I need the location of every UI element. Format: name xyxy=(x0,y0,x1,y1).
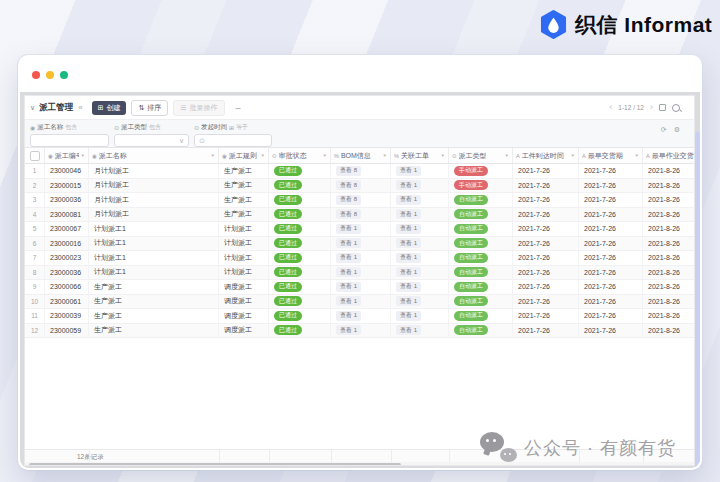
sort-button[interactable]: ⇅ 排序 xyxy=(131,100,168,116)
order-view-link[interactable]: 查看 1 xyxy=(396,180,421,190)
status-pill: 已通过 xyxy=(274,253,302,263)
order-view-link[interactable]: 查看 1 xyxy=(396,253,421,263)
cell-order: 查看 1 xyxy=(391,280,449,294)
dispatch-name-input[interactable] xyxy=(30,134,109,147)
row-number: 1 xyxy=(25,164,45,178)
cell-bom: 查看 1 xyxy=(331,309,391,323)
sort-arrow-icon[interactable]: ▼ xyxy=(569,153,575,158)
bom-view-link[interactable]: 查看 1 xyxy=(336,325,361,335)
column-header-arrive[interactable]: A工件到达时间▼ xyxy=(513,148,579,163)
vertical-scrollbar-thumb[interactable] xyxy=(695,132,700,468)
search-icon[interactable] xyxy=(672,104,680,112)
cell-rule: 计划派工 xyxy=(219,266,269,280)
table-row[interactable]: 823000036计划派工1计划派工已通过查看 1查看 1自动派工2021-7-… xyxy=(25,266,695,281)
filter-dispatch-name: ◉ 派工名称 包含 xyxy=(30,123,109,147)
horizontal-scrollbar-thumb[interactable] xyxy=(29,463,401,466)
minimize-window-icon[interactable] xyxy=(46,71,54,79)
collapse-chevron-icon[interactable]: ∨ xyxy=(30,104,35,112)
expand-icon[interactable] xyxy=(659,104,666,111)
create-button[interactable]: ⊞ 创建 xyxy=(92,101,127,115)
bom-view-link[interactable]: 查看 1 xyxy=(336,296,361,306)
column-header-due[interactable]: A最早交货期▼ xyxy=(579,148,643,163)
column-header-type[interactable]: ⊙派工类型▼ xyxy=(449,148,513,163)
more-icon[interactable]: – xyxy=(236,103,241,113)
order-view-link[interactable]: 查看 1 xyxy=(396,209,421,219)
table-row[interactable]: 1023000061生产派工调度派工已通过查看 1查看 1自动派工2021-7-… xyxy=(25,295,695,310)
order-view-link[interactable]: 查看 1 xyxy=(396,311,421,321)
column-header-status[interactable]: ⊙审批状态▼ xyxy=(269,148,331,163)
column-header-job_due[interactable]: A最早作业交货期▼ xyxy=(643,148,695,163)
cell-status: 已通过 xyxy=(269,193,331,207)
sort-arrow-icon[interactable]: ▼ xyxy=(633,153,639,158)
filter-operator[interactable]: 等于 xyxy=(236,123,248,132)
start-time-input[interactable]: ⊙ xyxy=(194,134,272,147)
column-header-bom[interactable]: %BOM信息▼ xyxy=(331,148,391,163)
order-view-link[interactable]: 查看 1 xyxy=(396,195,421,205)
column-header-rule[interactable]: ◉派工规则▼ xyxy=(219,148,269,163)
filter-operator[interactable]: 包含 xyxy=(65,123,77,132)
sort-arrow-icon[interactable]: ▼ xyxy=(321,153,327,158)
cell-status: 已通过 xyxy=(269,237,331,251)
cell-arrive: 2021-7-26 xyxy=(513,280,579,294)
order-view-link[interactable]: 查看 1 xyxy=(396,224,421,234)
cell-type: 自动派工 xyxy=(449,237,513,251)
sort-arrow-icon[interactable]: ▼ xyxy=(503,153,509,158)
sort-arrow-icon[interactable]: ▼ xyxy=(439,153,445,158)
cell-name: 月计划派工 xyxy=(89,208,219,222)
settings-icon[interactable]: ⚙ xyxy=(674,126,680,134)
table-row[interactable]: 623000016计划派工1计划派工已通过查看 1查看 1自动派工2021-7-… xyxy=(25,237,695,252)
bom-view-link[interactable]: 查看 8 xyxy=(336,209,361,219)
bom-view-link[interactable]: 查看 8 xyxy=(336,166,361,176)
type-pill: 自动派工 xyxy=(454,296,488,306)
table-row[interactable]: 123000046月计划派工生产派工已通过查看 8查看 1手动派工2021-7-… xyxy=(25,164,695,179)
table-row[interactable]: 323000036月计划派工生产派工已通过查看 8查看 1自动派工2021-7-… xyxy=(25,193,695,208)
select-all-checkbox[interactable] xyxy=(30,151,40,161)
bom-view-link[interactable]: 查看 1 xyxy=(336,311,361,321)
bom-view-link[interactable]: 查看 1 xyxy=(336,267,361,277)
table-row[interactable]: 223000015月计划派工生产派工已通过查看 8查看 1手动派工2021-7-… xyxy=(25,179,695,194)
bom-view-link[interactable]: 查看 8 xyxy=(336,180,361,190)
order-view-link[interactable]: 查看 1 xyxy=(396,238,421,248)
bom-view-link[interactable]: 查看 1 xyxy=(336,253,361,263)
table-row[interactable]: 723000023计划派工1计划派工已通过查看 1查看 1自动派工2021-7-… xyxy=(25,251,695,266)
cell-order: 查看 1 xyxy=(391,266,449,280)
table-row[interactable]: 523000067计划派工1计划派工已通过查看 1查看 1自动派工2021-7-… xyxy=(25,222,695,237)
sort-arrow-icon[interactable]: ▼ xyxy=(381,153,387,158)
table-row[interactable]: 1223000059生产派工调度派工已通过查看 1查看 1自动派工2021-7-… xyxy=(25,324,695,339)
cell-status: 已通过 xyxy=(269,222,331,236)
prev-page-icon[interactable]: ‹ xyxy=(609,103,612,112)
table-row[interactable]: 1123000039生产派工调度派工已通过查看 1查看 1自动派工2021-7-… xyxy=(25,309,695,324)
refresh-icon[interactable]: ⟳ xyxy=(661,126,667,134)
order-view-link[interactable]: 查看 1 xyxy=(396,282,421,292)
cell-order: 查看 1 xyxy=(391,179,449,193)
sort-arrow-icon[interactable]: ▼ xyxy=(79,153,85,158)
order-view-link[interactable]: 查看 1 xyxy=(396,267,421,277)
table-row[interactable]: 423000081月计划派工生产派工已通过查看 8查看 1自动派工2021-7-… xyxy=(25,208,695,223)
close-window-icon[interactable] xyxy=(32,71,40,79)
dispatch-type-select[interactable]: ∨ xyxy=(114,134,189,147)
sort-arrow-icon[interactable]: ▼ xyxy=(209,153,215,158)
type-pill: 自动派工 xyxy=(454,238,488,248)
bom-view-link[interactable]: 查看 1 xyxy=(336,282,361,292)
order-view-link[interactable]: 查看 1 xyxy=(396,166,421,176)
column-header-order[interactable]: %关联工单▼ xyxy=(391,148,449,163)
table-row[interactable]: 923000066生产派工调度派工已通过查看 1查看 1自动派工2021-7-2… xyxy=(25,280,695,295)
order-view-link[interactable]: 查看 1 xyxy=(396,296,421,306)
cell-bom: 查看 1 xyxy=(331,237,391,251)
cell-type: 自动派工 xyxy=(449,324,513,338)
batch-actions-button[interactable]: ☰ 批量操作 xyxy=(173,100,224,116)
filter-operator[interactable]: 包含 xyxy=(149,123,161,132)
share-icon[interactable]: « xyxy=(78,103,82,112)
bom-view-link[interactable]: 查看 1 xyxy=(336,224,361,234)
order-view-link[interactable]: 查看 1 xyxy=(396,325,421,335)
bom-view-link[interactable]: 查看 8 xyxy=(336,195,361,205)
sort-arrow-icon[interactable]: ▼ xyxy=(259,153,265,158)
maximize-window-icon[interactable] xyxy=(60,71,68,79)
next-page-icon[interactable]: › xyxy=(650,103,653,112)
row-number: 8 xyxy=(25,266,45,280)
column-header-name[interactable]: ◉派工名称▼ xyxy=(89,148,219,163)
bom-view-link[interactable]: 查看 1 xyxy=(336,238,361,248)
cell-status: 已通过 xyxy=(269,295,331,309)
cell-type: 手动派工 xyxy=(449,179,513,193)
column-header-code[interactable]: ◉派工编号▼ xyxy=(45,148,89,163)
